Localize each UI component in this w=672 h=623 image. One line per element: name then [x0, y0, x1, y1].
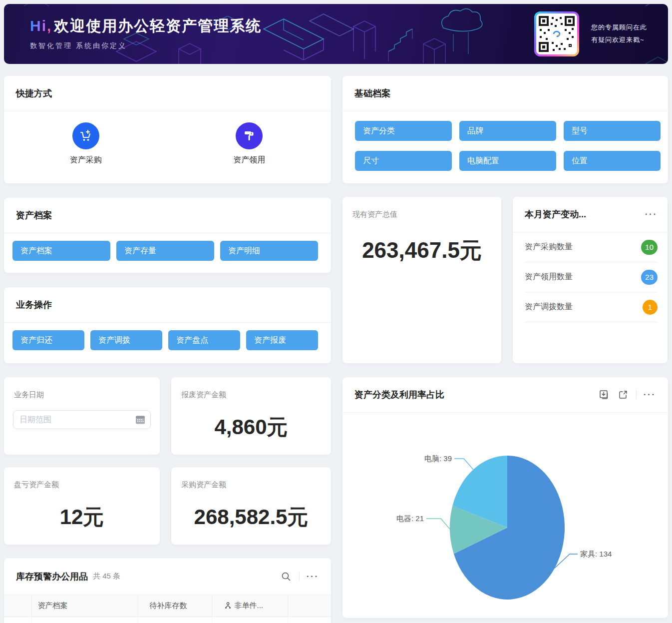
asset-return-button[interactable]: 资产归还	[12, 330, 84, 350]
table-header-nonsingle: 非单件...	[212, 595, 288, 617]
monthly-changes-card: 本月资产变动... ··· 资产采购数量 10 资产领用数量 23 资产调拨	[513, 197, 668, 363]
more-menu-icon[interactable]: ···	[645, 210, 658, 218]
asset-archives-card: 资产档案 资产档案 资产存量 资产明细	[4, 198, 331, 273]
inventory-count: 共 45 条	[93, 572, 120, 581]
total-asset-value-card: 现有资产总值 263,467.5元	[342, 197, 501, 363]
total-asset-value-label: 现有资产总值	[352, 210, 397, 219]
asset-category-button[interactable]: 资产分类	[355, 121, 452, 141]
banner-title-text: 欢迎使用办公轻资产管理系统	[54, 17, 262, 34]
count-badge: 10	[641, 240, 658, 255]
date-range-input[interactable]	[13, 410, 151, 429]
base-archives-title: 基础档案	[354, 87, 390, 99]
open-external-icon[interactable]	[617, 389, 629, 401]
count-badge: 1	[643, 300, 658, 315]
hi-greeting: Hi,	[30, 17, 52, 34]
dashboard-page: Hi,欢迎使用办公轻资产管理系统 数智化管理 系统由你定义	[0, 4, 672, 623]
purchase-amount-card: 采购资产金额 268,582.5元	[171, 467, 331, 545]
location-button[interactable]: 位置	[564, 151, 661, 171]
business-ops-title: 业务操作	[16, 299, 52, 311]
shortcuts-card: 快捷方式	[4, 76, 331, 183]
table-row[interactable]	[4, 617, 331, 623]
inventory-table: 资产档案 待补库存数	[4, 595, 331, 623]
shortcut-asset-purchase[interactable]: 资产采购	[4, 122, 168, 165]
banner-title: Hi,欢迎使用办公轻资产管理系统	[30, 16, 262, 36]
cart-plus-icon	[79, 129, 93, 143]
count-badge: 23	[641, 270, 658, 285]
asset-scrap-button[interactable]: 资产报废	[246, 330, 318, 350]
divider	[636, 390, 637, 399]
asset-category-chart-card: 资产分类及利用率占比	[342, 377, 668, 618]
size-button[interactable]: 尺寸	[355, 151, 452, 171]
calendar-icon	[135, 415, 145, 425]
loss-amount-value: 12元	[4, 503, 160, 531]
monthly-row-transfer: 资产调拨数量 1	[525, 292, 658, 322]
more-menu-icon[interactable]: ···	[307, 573, 319, 581]
shortcut-label: 资产领用	[233, 155, 265, 165]
asset-archives-title: 资产档案	[16, 209, 52, 221]
pie-label: 家具: 134	[580, 550, 612, 558]
banner-subtitle: 数智化管理 系统由你定义	[30, 41, 262, 50]
business-date-label: 业务日期	[14, 390, 44, 400]
pie-label: 电器: 21	[396, 514, 424, 523]
more-menu-icon[interactable]: ···	[644, 391, 656, 399]
table-header-empty2	[288, 595, 331, 617]
shortcuts-title: 快捷方式	[16, 87, 52, 99]
scrap-amount-value: 4,860元	[171, 413, 331, 441]
table-header-restock: 待补库存数	[137, 595, 212, 617]
loss-amount-label: 盘亏资产金额	[14, 480, 59, 490]
shortcut-label: 资产采购	[70, 155, 102, 165]
asset-stock-button[interactable]: 资产存量	[116, 241, 214, 261]
table-header-row: 资产档案 待补库存数	[4, 595, 331, 617]
pie-label-line	[426, 519, 450, 529]
purchase-amount-label: 采购资产金额	[181, 480, 226, 490]
table-header-empty	[4, 595, 31, 617]
inventory-warning-title: 库存预警办公用品	[16, 571, 88, 583]
qr-caption: 您的专属顾问在此 有疑问欢迎来戳~	[591, 21, 647, 46]
download-icon[interactable]	[598, 389, 610, 401]
qr-code-image	[539, 16, 575, 52]
pie-label-line	[454, 459, 473, 470]
brand-button[interactable]: 品牌	[459, 121, 556, 141]
monthly-row-label: 资产领用数量	[525, 272, 641, 282]
banner-qr-block: 您的专属顾问在此 有疑问欢迎来戳~	[534, 4, 647, 64]
monthly-row-label: 资产采购数量	[525, 242, 641, 252]
base-archives-card: 基础档案 资产分类 品牌 型号 尺寸 电脑配置 位置	[342, 76, 668, 183]
business-ops-card: 业务操作 资产归还 资产调拨 资产盘点 资产报废	[4, 287, 331, 363]
scrap-amount-card: 报废资产金额 4,860元	[171, 377, 331, 455]
qr-caption-line2: 有疑问欢迎来戳~	[591, 34, 647, 46]
asset-detail-button[interactable]: 资产明细	[220, 241, 318, 261]
scrap-amount-label: 报废资产金额	[181, 390, 226, 400]
pie-label: 电脑: 39	[424, 454, 452, 463]
model-button[interactable]: 型号	[564, 121, 661, 141]
asset-inventory-button[interactable]: 资产盘点	[168, 330, 240, 350]
total-asset-value: 263,467.5元	[342, 236, 501, 265]
pie-chart: 家具: 134电器: 21电脑: 39	[342, 413, 668, 618]
shortcut-asset-receive[interactable]: 资产领用	[168, 122, 332, 165]
qr-code	[534, 11, 579, 56]
banner-text: Hi,欢迎使用办公轻资产管理系统 数智化管理 系统由你定义	[30, 16, 262, 50]
loss-amount-card: 盘亏资产金额 12元	[4, 467, 160, 545]
monthly-row-purchase: 资产采购数量 10	[525, 232, 658, 262]
qr-caption-line1: 您的专属顾问在此	[591, 21, 647, 34]
link-field-icon	[224, 602, 232, 610]
monthly-row-label: 资产调拨数量	[525, 302, 643, 312]
chart-title: 资产分类及利用率占比	[354, 389, 444, 401]
welcome-banner: Hi,欢迎使用办公轻资产管理系统 数智化管理 系统由你定义	[4, 4, 668, 64]
asset-archives-button[interactable]: 资产档案	[12, 241, 110, 261]
divider	[299, 572, 300, 581]
inventory-warning-card: 库存预警办公用品 共 45 条 ···	[4, 558, 331, 623]
paint-roller-icon	[243, 129, 256, 142]
monthly-row-receive: 资产领用数量 23	[525, 262, 658, 292]
table-header-asset: 资产档案	[31, 595, 137, 617]
monthly-changes-title: 本月资产变动...	[525, 208, 586, 220]
computer-config-button[interactable]: 电脑配置	[459, 151, 556, 171]
asset-transfer-button[interactable]: 资产调拨	[90, 330, 162, 350]
search-icon[interactable]	[280, 571, 292, 583]
business-date-card: 业务日期	[4, 377, 160, 455]
purchase-amount-value: 268,582.5元	[171, 503, 331, 531]
